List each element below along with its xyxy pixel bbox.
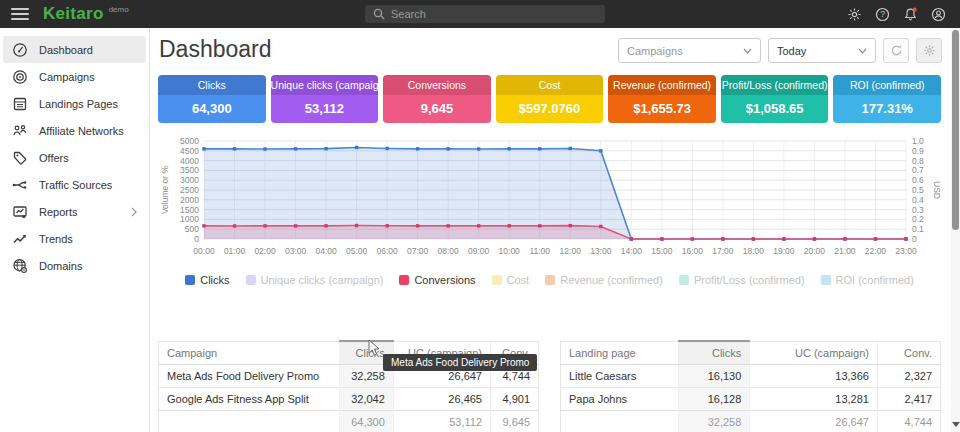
stat-card-roi-confirmed[interactable]: ROI (confirmed) 177.31%: [833, 75, 941, 123]
brand-logo[interactable]: Keitaro: [43, 4, 104, 24]
legend-item-roi-confirmed[interactable]: ROI (confirmed): [821, 274, 914, 286]
legend-item-cost[interactable]: Cost: [492, 274, 530, 286]
row-name-cell: Meta Ads Food Delivery Promo: [159, 364, 340, 387]
keitaro-dashboard: Keitaro demo ? Dashboard Campaigns Landi…: [0, 0, 960, 432]
gauge-icon: [12, 42, 28, 58]
table-row[interactable]: Google Ads Fitness App Split32,04226,465…: [159, 387, 539, 410]
stat-card-conversions[interactable]: Conversions 9,645: [383, 75, 491, 123]
column-header-landing-page[interactable]: Landing page: [561, 341, 679, 364]
target-icon: [12, 69, 28, 85]
document-icon: [12, 96, 28, 112]
sidebar-item-trends[interactable]: Trends: [3, 225, 146, 252]
svg-text:10:00: 10:00: [499, 246, 521, 256]
stat-card-value: 64,300: [158, 95, 266, 123]
totals-row: 64,30053,1129,645: [159, 410, 539, 432]
stat-card-clicks[interactable]: Clicks 64,300: [158, 75, 266, 123]
total-cell: [561, 410, 679, 432]
svg-text:17:00: 17:00: [712, 246, 734, 256]
svg-text:19:00: 19:00: [773, 246, 795, 256]
row-name-cell: Papa Johns: [561, 387, 679, 410]
legend-label: ROI (confirmed): [836, 274, 914, 286]
sidebar-item-label: Dashboard: [39, 44, 93, 56]
svg-text:06:00: 06:00: [376, 246, 398, 256]
legend-item-revenue-confirmed[interactable]: Revenue (confirmed): [545, 274, 663, 286]
svg-text:0.4: 0.4: [912, 195, 924, 205]
value-cell: 4,901: [491, 387, 539, 410]
stat-card-label: Unique clicks (campaign): [271, 75, 379, 95]
svg-text:13:00: 13:00: [590, 246, 612, 256]
sidebar-item-reports[interactable]: Reports: [3, 198, 146, 225]
svg-text:4000: 4000: [180, 156, 199, 166]
stat-card-value: $597.0760: [496, 95, 604, 123]
column-header-clicks[interactable]: Clicks: [679, 341, 750, 364]
date-range-select[interactable]: Today: [768, 38, 876, 63]
value-cell: 16,128: [679, 387, 750, 410]
column-header-campaign[interactable]: Campaign: [159, 341, 340, 364]
stat-card-label: Clicks: [158, 75, 266, 95]
row-name-cell: Little Caesars: [561, 364, 679, 387]
table-row[interactable]: Little Caesars16,13013,3662,327: [561, 364, 941, 387]
stat-card-revenue-confirmed[interactable]: Revenue (confirmed) $1,655.73: [608, 75, 716, 123]
people-icon: [12, 123, 28, 139]
scrollbar-down-arrow-icon[interactable]: [951, 420, 960, 429]
stat-card-value: 177.31%: [833, 95, 941, 123]
column-header-conv[interactable]: Conv.: [877, 341, 940, 364]
sidebar-item-affiliate-networks[interactable]: Affiliate Networks: [3, 117, 146, 144]
sidebar-item-campaigns[interactable]: Campaigns: [3, 63, 146, 90]
search-input[interactable]: [391, 8, 581, 20]
total-cell: 53,112: [393, 410, 490, 432]
svg-text:14:00: 14:00: [621, 246, 643, 256]
svg-text:Volume or %: Volume or %: [160, 165, 170, 214]
total-cell: 64,300: [339, 410, 393, 432]
legend-item-conversions[interactable]: Conversions: [399, 274, 475, 286]
stat-card-label: Cost: [496, 75, 604, 95]
sidebar-item-label: Campaigns: [39, 71, 95, 83]
legend-item-clicks[interactable]: Clicks: [185, 274, 229, 286]
refresh-button[interactable]: [883, 38, 909, 63]
global-search[interactable]: [365, 5, 605, 23]
svg-text:0.3: 0.3: [912, 205, 924, 215]
legend-swatch: [399, 275, 409, 285]
svg-text:04:00: 04:00: [315, 246, 337, 256]
sidebar-item-domains[interactable]: Domains: [3, 252, 146, 279]
trend-icon: [12, 231, 28, 247]
value-cell: 16,130: [679, 364, 750, 387]
summary-tables: CampaignClicksUC (campaign)Conv.Meta Ads…: [158, 340, 941, 432]
svg-text:3000: 3000: [180, 175, 199, 185]
chart-canvas: 0500100015002000250030003500400045005000…: [158, 133, 941, 265]
settings-icon[interactable]: [847, 7, 862, 22]
total-cell: 4,744: [877, 410, 940, 432]
svg-text:0: 0: [912, 234, 917, 244]
sidebar: Dashboard Campaigns Landings Pages Affil…: [0, 28, 150, 432]
svg-text:16:00: 16:00: [682, 246, 704, 256]
dashboard-settings-button[interactable]: [916, 38, 942, 63]
stat-card-unique-clicks-campaign[interactable]: Unique clicks (campaign) 53,112: [271, 75, 379, 123]
stat-card-label: Profit/Loss (confirmed): [721, 75, 829, 95]
account-icon[interactable]: [931, 7, 946, 22]
svg-text:02:00: 02:00: [254, 246, 276, 256]
sidebar-item-offers[interactable]: Offers: [3, 144, 146, 171]
column-header-uc-campaign[interactable]: UC (campaign): [750, 341, 878, 364]
sidebar-item-dashboard[interactable]: Dashboard: [3, 36, 146, 63]
scrollbar-thumb[interactable]: [952, 30, 959, 230]
legend-item-profit-loss-confirmed[interactable]: Profit/Loss (confirmed): [679, 274, 805, 286]
help-icon[interactable]: ?: [875, 7, 890, 22]
campaigns-filter-select[interactable]: Campaigns: [618, 38, 761, 63]
stat-card-cost[interactable]: Cost $597.0760: [496, 75, 604, 123]
legend-swatch: [185, 275, 195, 285]
sidebar-item-traffic-sources[interactable]: Traffic Sources: [3, 171, 146, 198]
svg-text:3500: 3500: [180, 165, 199, 175]
sidebar-item-landings-pages[interactable]: Landings Pages: [3, 90, 146, 117]
row-name-cell: Google Ads Fitness App Split: [159, 387, 340, 410]
page-header: Dashboard Campaigns Today: [150, 28, 952, 74]
menu-toggle-icon[interactable]: [11, 8, 29, 20]
svg-text:2000: 2000: [180, 195, 199, 205]
page-scrollbar[interactable]: [951, 28, 960, 432]
legend-item-unique-clicks-campaign[interactable]: Unique clicks (campaign): [246, 274, 384, 286]
gear-icon: [923, 44, 936, 57]
split-icon: [12, 177, 28, 193]
stat-card-profit-loss-confirmed[interactable]: Profit/Loss (confirmed) $1,058.65: [721, 75, 829, 123]
notifications-icon[interactable]: [903, 7, 918, 22]
table-row[interactable]: Papa Johns16,12813,2812,417: [561, 387, 941, 410]
legend-swatch: [821, 275, 831, 285]
